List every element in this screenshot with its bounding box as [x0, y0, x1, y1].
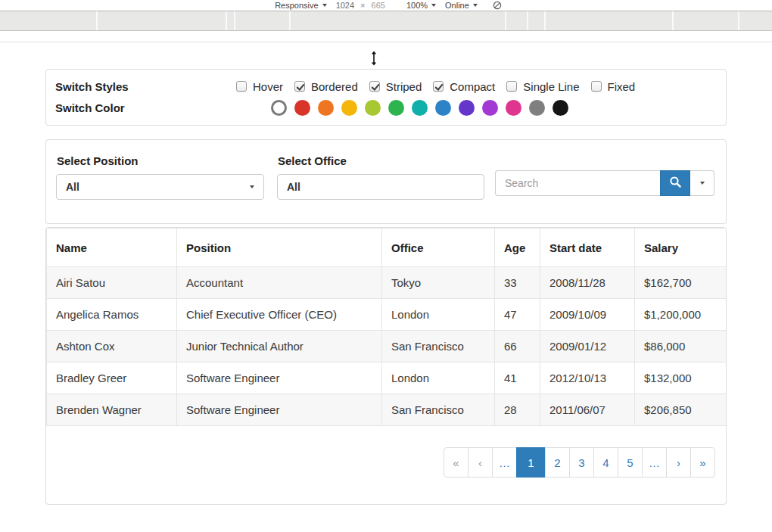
- page-button[interactable]: 5: [618, 447, 643, 478]
- table-cell: 2009/01/12: [540, 331, 635, 362]
- checkbox-icon[interactable]: [433, 81, 444, 92]
- table-cell: Chief Executive Officer (CEO): [177, 299, 382, 331]
- table-cell: Junior Technical Author: [177, 331, 382, 362]
- device-selector[interactable]: Responsive: [270, 1, 331, 10]
- style-option-single-line[interactable]: Single Line: [506, 80, 579, 93]
- tab-divider: [289, 11, 291, 30]
- table-row: Airi SatouAccountantTokyo332008/11/28$16…: [47, 267, 727, 299]
- color-swatch-gray[interactable]: [529, 100, 545, 116]
- tab-divider: [544, 11, 546, 30]
- select-position-label: Select Position: [57, 154, 264, 167]
- tab-divider: [234, 11, 235, 30]
- position-select-value: All: [66, 181, 79, 193]
- table-cell: Tokyo: [382, 267, 495, 299]
- network-throttle-selector[interactable]: Online: [440, 1, 482, 10]
- style-option-label: Compact: [450, 80, 495, 93]
- page-button[interactable]: »: [690, 447, 715, 478]
- filters-panel: Select Position All Select Office: [45, 139, 727, 224]
- viewport-height-field[interactable]: 665: [367, 1, 390, 10]
- search-options-button[interactable]: [690, 170, 714, 196]
- style-option-striped[interactable]: Striped: [369, 80, 422, 93]
- table-body: Airi SatouAccountantTokyo332008/11/28$16…: [47, 267, 727, 426]
- tab-divider: [505, 11, 506, 30]
- style-option-label: Fixed: [608, 80, 636, 93]
- table-cell: 2011/06/07: [540, 394, 635, 426]
- page-button[interactable]: 2: [545, 447, 570, 478]
- column-header-position[interactable]: Position: [177, 229, 382, 267]
- color-swatch-green[interactable]: [388, 100, 404, 116]
- color-swatch-yellow-green[interactable]: [365, 100, 381, 116]
- color-swatch-red[interactable]: [294, 100, 310, 116]
- page-button-current[interactable]: 1: [516, 447, 546, 478]
- tab-divider: [672, 11, 674, 30]
- viewport-width-field[interactable]: 1024: [332, 1, 359, 10]
- style-options: HoverBorderedStripedCompactSingle LineFi…: [236, 80, 635, 93]
- pagination-wrap: «‹…12345…›»: [46, 426, 726, 478]
- table-cell: 41: [495, 362, 540, 394]
- style-option-hover[interactable]: Hover: [236, 80, 283, 93]
- switch-color-label: Switch Color: [55, 101, 236, 114]
- color-swatch-blue[interactable]: [435, 100, 451, 116]
- table-cell: San Francisco: [382, 394, 495, 426]
- office-input[interactable]: [277, 174, 484, 200]
- style-option-bordered[interactable]: Bordered: [294, 80, 358, 93]
- search-input[interactable]: [495, 170, 660, 196]
- column-header-office[interactable]: Office: [382, 229, 495, 267]
- color-swatch-violet[interactable]: [459, 100, 475, 116]
- position-select[interactable]: All: [56, 174, 264, 200]
- column-header-name[interactable]: Name: [47, 229, 177, 267]
- style-option-compact[interactable]: Compact: [433, 80, 495, 93]
- column-header-salary[interactable]: Salary: [635, 229, 727, 267]
- switch-styles-label: Switch Styles: [55, 80, 236, 93]
- table-cell: Brenden Wagner: [47, 394, 177, 426]
- checkbox-icon[interactable]: [591, 81, 602, 92]
- page-button[interactable]: ›: [666, 447, 691, 478]
- table-row: Brenden WagnerSoftware EngineerSan Franc…: [47, 394, 727, 426]
- search-icon: [669, 176, 682, 191]
- table-cell: $1,200,000: [635, 299, 727, 331]
- checkbox-icon[interactable]: [294, 81, 305, 92]
- chevron-down-icon: [431, 4, 436, 7]
- page-ellipsis: …: [642, 447, 667, 478]
- dimension-separator: ×: [359, 1, 366, 10]
- column-header-start-date[interactable]: Start date: [540, 229, 635, 267]
- position-filter: Select Position All: [56, 154, 264, 200]
- column-header-age[interactable]: Age: [495, 229, 540, 267]
- style-option-fixed[interactable]: Fixed: [591, 80, 636, 93]
- page-button[interactable]: 4: [593, 447, 618, 478]
- switch-color-row: Switch Color: [55, 98, 717, 120]
- table-cell: London: [382, 362, 495, 394]
- table-row: Bradley GreerSoftware EngineerLondon4120…: [47, 362, 727, 394]
- color-swatch-purple[interactable]: [482, 100, 498, 116]
- color-swatch-teal[interactable]: [412, 100, 428, 116]
- color-swatch-orange[interactable]: [318, 100, 334, 116]
- color-swatch-amber[interactable]: [341, 100, 357, 116]
- zoom-selector[interactable]: 100%: [402, 1, 440, 10]
- table-cell: Software Engineer: [177, 394, 382, 426]
- color-swatches: [271, 100, 568, 116]
- color-swatch-default-outline[interactable]: [271, 100, 287, 116]
- select-office-label: Select Office: [278, 154, 484, 167]
- checkbox-icon[interactable]: [369, 81, 380, 92]
- table-cell: $206,850: [635, 394, 727, 426]
- switch-styles-row: Switch Styles HoverBorderedStripedCompac…: [55, 76, 717, 98]
- table-cell: Airi Satou: [47, 267, 177, 299]
- checkbox-icon[interactable]: [506, 81, 517, 92]
- table-cell: 2009/10/09: [540, 299, 635, 331]
- device-selector-label: Responsive: [275, 1, 318, 10]
- color-swatch-black[interactable]: [553, 100, 568, 116]
- resize-cursor-icon: [369, 51, 378, 69]
- tab-divider: [226, 11, 227, 30]
- table-cell: $132,000: [635, 362, 727, 394]
- table-cell: Software Engineer: [177, 362, 382, 394]
- table-cell: Accountant: [177, 267, 382, 299]
- rotate-viewport-icon[interactable]: [493, 1, 502, 10]
- color-swatch-pink[interactable]: [506, 100, 521, 116]
- style-option-label: Bordered: [311, 80, 358, 93]
- page-button[interactable]: 3: [569, 447, 594, 478]
- table-header-row: NamePositionOfficeAgeStart dateSalary: [47, 229, 727, 267]
- network-throttle-label: Online: [445, 1, 469, 10]
- checkbox-icon[interactable]: [236, 81, 247, 92]
- search-button[interactable]: [660, 170, 690, 196]
- chevron-down-icon: [250, 185, 254, 188]
